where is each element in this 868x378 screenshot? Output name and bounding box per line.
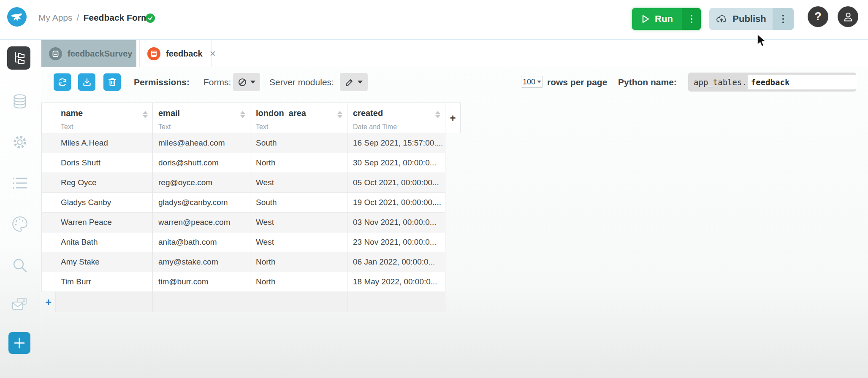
table-cell[interactable]: Miles A.Head — [55, 133, 153, 153]
table-cell[interactable]: South — [250, 193, 347, 213]
table-cell[interactable]: doris@shutt.com — [153, 153, 250, 173]
table-cell[interactable]: 19 Oct 2021, 00:00:00.... — [347, 193, 445, 213]
tab-feedback-survey[interactable]: feedbackSurvey — [41, 40, 136, 67]
table-cell[interactable]: amy@stake.com — [153, 252, 250, 272]
sort-icon[interactable] — [337, 111, 342, 118]
help-button[interactable]: ? — [808, 6, 828, 27]
table-cell[interactable]: North — [250, 272, 347, 292]
row-gutter[interactable] — [41, 173, 55, 193]
python-name-prefix: app_tables. — [694, 78, 747, 87]
table-cell[interactable]: Amy Stake — [55, 252, 153, 272]
row-gutter[interactable] — [41, 133, 55, 153]
tab-feedback-table[interactable]: feedback × — [139, 40, 212, 67]
server-permission-dropdown[interactable] — [340, 73, 368, 91]
column-header-created[interactable]: created Date and Time — [347, 103, 445, 133]
question-icon: ? — [814, 10, 822, 23]
table-row: Reg Oyce reg@oyce.com West 05 Oct 2021, … — [41, 173, 461, 193]
row-gutter[interactable] — [41, 232, 55, 252]
sidebar-item-services[interactable] — [11, 295, 29, 314]
server-modules-label: Server modules: — [269, 73, 334, 91]
table-editor-panel: Permissions: Forms: Server modules: — [40, 67, 868, 378]
table-cell[interactable]: anita@bath.com — [153, 232, 250, 252]
chevron-down-icon — [250, 81, 255, 84]
forms-permission-dropdown[interactable] — [233, 73, 260, 91]
table-cell[interactable]: 16 Sep 2021, 15:57:00.... — [347, 133, 445, 153]
table-cell[interactable]: Gladys Canby — [55, 193, 153, 213]
table-body: Miles A.Head miles@ahead.com South 16 Se… — [41, 133, 461, 292]
table-cell[interactable]: West — [250, 213, 347, 232]
add-column-button[interactable]: + — [445, 103, 461, 133]
table-cell[interactable]: 05 Oct 2021, 00:00:00... — [347, 173, 445, 193]
table-cell[interactable]: Anita Bath — [55, 232, 153, 252]
row-gutter[interactable] — [41, 252, 55, 272]
sidebar-item-settings[interactable] — [11, 133, 29, 151]
publish-button[interactable]: Publish — [709, 8, 794, 30]
table-cell[interactable]: gladys@canby.com — [153, 193, 250, 213]
sort-icon[interactable] — [240, 111, 245, 118]
gear-icon — [11, 133, 29, 151]
empty-cell[interactable] — [347, 292, 445, 312]
row-gutter[interactable] — [41, 153, 55, 173]
empty-cell[interactable] — [55, 292, 153, 312]
table-cell[interactable]: 03 Nov 2021, 00:00:0... — [347, 213, 445, 232]
add-row-button[interactable]: + — [41, 292, 55, 312]
row-gutter[interactable] — [41, 213, 55, 232]
run-button[interactable]: Run — [632, 8, 701, 30]
table-cell[interactable]: Reg Oyce — [55, 173, 153, 193]
publish-options-button[interactable] — [773, 8, 794, 30]
export-table-button[interactable] — [78, 73, 95, 91]
search-icon — [11, 256, 29, 274]
column-header-email[interactable]: email Text — [153, 103, 250, 133]
table-cell[interactable]: North — [250, 252, 347, 272]
breadcrumb-separator: / — [77, 13, 79, 22]
row-gutter[interactable] — [41, 272, 55, 292]
chevron-down-icon — [537, 81, 541, 83]
empty-cell[interactable] — [250, 292, 347, 312]
table-cell[interactable]: miles@ahead.com — [153, 133, 250, 153]
column-header-name[interactable]: name Text — [55, 103, 153, 133]
refresh-icon — [57, 77, 68, 87]
breadcrumb-my-apps[interactable]: My Apps — [38, 13, 73, 22]
sidebar-item-outline[interactable] — [11, 174, 29, 192]
table-cell[interactable]: reg@oyce.com — [153, 173, 250, 193]
table-row: Amy Stake amy@stake.com North 06 Jan 202… — [41, 252, 461, 272]
python-name-input[interactable] — [748, 75, 856, 89]
rows-per-page-select[interactable]: 100 — [521, 76, 543, 88]
refresh-table-button[interactable] — [54, 73, 71, 91]
sidebar-item-theme[interactable] — [11, 215, 29, 233]
table-cell[interactable]: South — [250, 133, 347, 153]
tab-label: feedback — [166, 49, 203, 59]
sidebar-item-data-tables[interactable] — [11, 92, 29, 111]
table-cell[interactable]: West — [250, 232, 347, 252]
run-options-button[interactable] — [682, 8, 701, 30]
chevron-down-icon — [358, 81, 363, 84]
row-gutter[interactable] — [41, 193, 55, 213]
table-cell[interactable]: West — [250, 173, 347, 193]
table-cell[interactable]: Doris Shutt — [55, 153, 153, 173]
account-button[interactable] — [838, 6, 858, 27]
table-cell[interactable]: 18 May 2022, 00:00:0... — [347, 272, 445, 292]
anvil-editor: My Apps/Feedback Form Run — [0, 0, 868, 378]
table-cell[interactable]: 30 Sep 2021, 00:00:0... — [347, 153, 445, 173]
sort-icon[interactable] — [435, 111, 440, 118]
kebab-icon — [782, 15, 784, 23]
plus-icon — [13, 337, 26, 349]
table-cell[interactable]: warren@peace.com — [153, 213, 250, 232]
close-tab-icon[interactable]: × — [210, 49, 216, 59]
sidebar-item-search[interactable] — [11, 256, 29, 275]
table-cell[interactable]: 06 Jan 2022, 00:00:0... — [347, 252, 445, 272]
python-name-label: Python name: — [618, 73, 677, 91]
delete-table-button[interactable] — [103, 73, 121, 91]
anvil-logo-icon[interactable] — [7, 7, 27, 27]
empty-cell[interactable] — [153, 292, 250, 312]
sidebar-add-button[interactable] — [8, 332, 30, 354]
kebab-icon — [691, 15, 692, 23]
table-cell[interactable]: Warren Peace — [55, 213, 153, 232]
table-cell[interactable]: North — [250, 153, 347, 173]
sort-icon[interactable] — [143, 111, 148, 118]
column-header-london-area[interactable]: london_area Text — [250, 103, 347, 133]
table-cell[interactable]: Tim Burr — [55, 272, 153, 292]
sidebar-item-app-browser[interactable] — [7, 46, 30, 70]
table-cell[interactable]: tim@burr.com — [153, 272, 250, 292]
table-cell[interactable]: 23 Nov 2021, 00:00:0... — [347, 232, 445, 252]
